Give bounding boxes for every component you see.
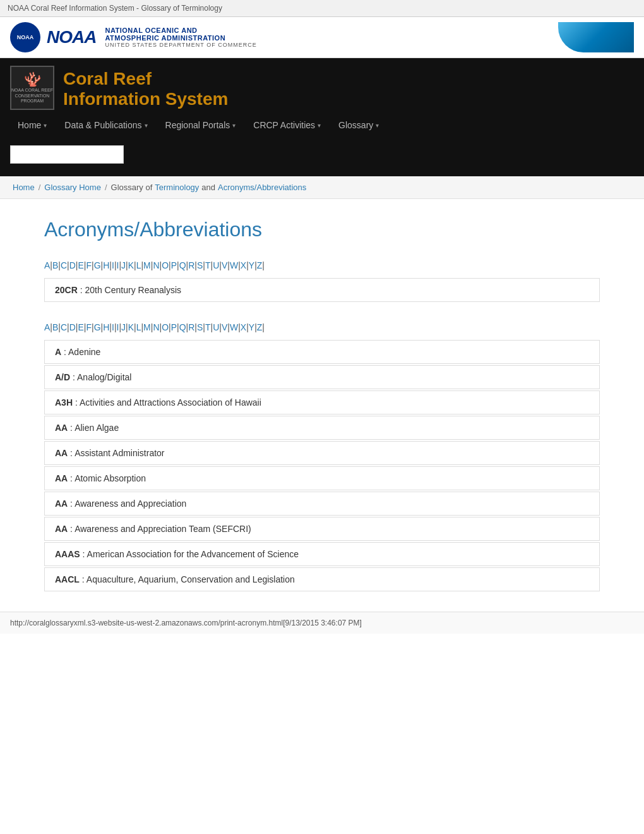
- letter-link-e1[interactable]: E: [78, 260, 84, 270]
- entry-def-a8: American Association for the Advancement…: [87, 549, 299, 559]
- entry-sep-a0: :: [61, 347, 68, 357]
- letter-nav-number: A|B|C|D|E|F|G|H|I|I|J|K|L|M|N|O|P|Q|R|S|…: [44, 260, 600, 270]
- letter-link-x2[interactable]: X: [241, 322, 246, 332]
- breadcrumb-and: and: [201, 183, 215, 192]
- letter-link-k1[interactable]: K: [128, 260, 134, 270]
- entry-def-a6: Awareness and Appreciation: [75, 499, 186, 509]
- entry-row: AA : Atomic Absorption: [44, 466, 600, 490]
- breadcrumb-terminology[interactable]: Terminology: [155, 183, 199, 192]
- letter-link-n2[interactable]: N: [153, 322, 159, 332]
- letter-link-b2[interactable]: B: [52, 322, 58, 332]
- page-title: Acronyms/Abbreviations: [44, 218, 600, 241]
- letter-link-g1[interactable]: G: [94, 260, 101, 270]
- entry-row: A/D : Analog/Digital: [44, 365, 600, 389]
- letter-link-h2[interactable]: H: [103, 322, 109, 332]
- noaa-line3: UNITED STATES DEPARTMENT OF COMMERCE: [105, 42, 256, 48]
- noaa-text-block: NATIONAL OCEANIC AND ATMOSPHERIC ADMINIS…: [105, 27, 256, 48]
- entry-term-a5: AA: [55, 473, 68, 483]
- noaa-line2: ATMOSPHERIC ADMINISTRATION: [105, 34, 256, 42]
- letter-link-q2[interactable]: Q: [179, 322, 186, 332]
- breadcrumb-glossary-home[interactable]: Glossary Home: [44, 183, 101, 192]
- noaa-header: NOAA NOAA NATIONAL OCEANIC AND ATMOSPHER…: [0, 17, 644, 58]
- entry-term-a1: A/D: [55, 372, 70, 382]
- nav-home[interactable]: Home ▾: [10, 116, 54, 134]
- letter-link-u2[interactable]: U: [213, 322, 219, 332]
- letter-link-y1[interactable]: Y: [249, 260, 254, 270]
- entry-def-a7: Awareness and Appreciation Team (SEFCRI): [75, 524, 251, 534]
- entry-row: A : Adenine: [44, 340, 600, 364]
- letter-link-s2[interactable]: S: [197, 322, 203, 332]
- coral-title-line2: Information System: [63, 89, 228, 109]
- entry-def-a4: Assistant Administrator: [75, 448, 164, 458]
- letter-link-w1[interactable]: W: [230, 260, 238, 270]
- letter-link-d1[interactable]: D: [69, 260, 76, 270]
- letter-link-j1[interactable]: J: [121, 260, 126, 270]
- letter-link-k2[interactable]: K: [128, 322, 134, 332]
- entry-def-a0: Adenine: [68, 347, 100, 357]
- nav-glossary[interactable]: Glossary ▾: [331, 116, 386, 134]
- letter-link-w2[interactable]: W: [230, 322, 238, 332]
- noaa-circle-logo: NOAA: [10, 22, 40, 52]
- letter-link-d2[interactable]: D: [69, 322, 76, 332]
- breadcrumb-home[interactable]: Home: [13, 183, 35, 192]
- letter-link-y2[interactable]: Y: [249, 322, 254, 332]
- letter-link-n1[interactable]: N: [153, 260, 159, 270]
- letter-link-s1[interactable]: S: [197, 260, 203, 270]
- letter-link-e2[interactable]: E: [78, 322, 84, 332]
- letter-link-b1[interactable]: B: [52, 260, 58, 270]
- letter-link-f1[interactable]: F: [86, 260, 92, 270]
- letter-link-h1[interactable]: H: [103, 260, 109, 270]
- breadcrumb-sep2: /: [105, 183, 107, 192]
- entry-def-a3: Alien Algae: [75, 423, 119, 433]
- letter-link-v2[interactable]: V: [222, 322, 227, 332]
- entry-row: A3H : Activities and Attractions Associa…: [44, 390, 600, 414]
- letter-link-p2[interactable]: P: [171, 322, 177, 332]
- letter-link-o2[interactable]: O: [162, 322, 169, 332]
- entry-sep-a1: :: [70, 372, 77, 382]
- coral-title-block: Coral Reef Information System: [63, 66, 228, 109]
- nav-glossary-arrow: ▾: [376, 122, 379, 129]
- letter-link-u1[interactable]: U: [213, 260, 219, 270]
- letter-link-o1[interactable]: O: [162, 260, 169, 270]
- entry-sep-a4: :: [68, 448, 75, 458]
- noaa-wave-decoration: [558, 22, 634, 52]
- nav-crcp-arrow: ▾: [318, 122, 321, 129]
- search-input[interactable]: [10, 145, 124, 164]
- letter-link-f2[interactable]: F: [86, 322, 92, 332]
- entry-row: AA : Alien Algae: [44, 416, 600, 440]
- coral-logo-icon: 🪸: [24, 71, 41, 88]
- letter-link-q1[interactable]: Q: [179, 260, 186, 270]
- footer-url-text: http://coralglossaryxml.s3-website-us-we…: [10, 619, 362, 627]
- letter-link-t1[interactable]: T: [205, 260, 211, 270]
- letter-link-c2[interactable]: C: [61, 322, 67, 332]
- nav-crcp-activities[interactable]: CRCP Activities ▾: [246, 116, 328, 134]
- entry-term-a4: AA: [55, 448, 68, 458]
- letter-link-x1[interactable]: X: [241, 260, 246, 270]
- letter-link-m2[interactable]: M: [143, 322, 151, 332]
- letter-link-j2[interactable]: J: [121, 322, 126, 332]
- entry-sep-a6: :: [68, 499, 75, 509]
- nav-data-publications[interactable]: Data & Publications ▾: [57, 116, 155, 134]
- breadcrumb-middle-text: Glossary of: [111, 183, 153, 192]
- nav-regional-portals[interactable]: Regional Portals ▾: [158, 116, 244, 134]
- letter-link-m1[interactable]: M: [143, 260, 151, 270]
- coral-title-line1: Coral Reef: [63, 70, 228, 89]
- letter-link-v1[interactable]: V: [222, 260, 227, 270]
- letter-link-g2[interactable]: G: [94, 322, 101, 332]
- breadcrumb-acronyms[interactable]: Acronyms/Abbreviations: [218, 183, 306, 192]
- entry-def-a1: Analog/Digital: [77, 372, 131, 382]
- letter-nav-a: A|B|C|D|E|F|G|H|I|I|J|K|L|M|N|O|P|Q|R|S|…: [44, 322, 600, 332]
- entry-definition: 20th Century Reanalysis: [85, 285, 181, 295]
- letter-link-a1[interactable]: A: [44, 260, 50, 270]
- letter-link-r2[interactable]: R: [188, 322, 194, 332]
- entry-def-a5: Atomic Absorption: [75, 473, 146, 483]
- letter-link-p1[interactable]: P: [171, 260, 177, 270]
- entry-sep-a7: :: [68, 524, 75, 534]
- letter-link-a2[interactable]: A: [44, 322, 50, 332]
- browser-tab: NOAA Coral Reef Information System - Glo…: [0, 0, 644, 17]
- letter-link-r1[interactable]: R: [188, 260, 194, 270]
- letter-link-t2[interactable]: T: [205, 322, 211, 332]
- entry-term: 20CR: [55, 285, 78, 295]
- letter-link-c1[interactable]: C: [61, 260, 67, 270]
- noaa-line1: NATIONAL OCEANIC AND: [105, 27, 256, 34]
